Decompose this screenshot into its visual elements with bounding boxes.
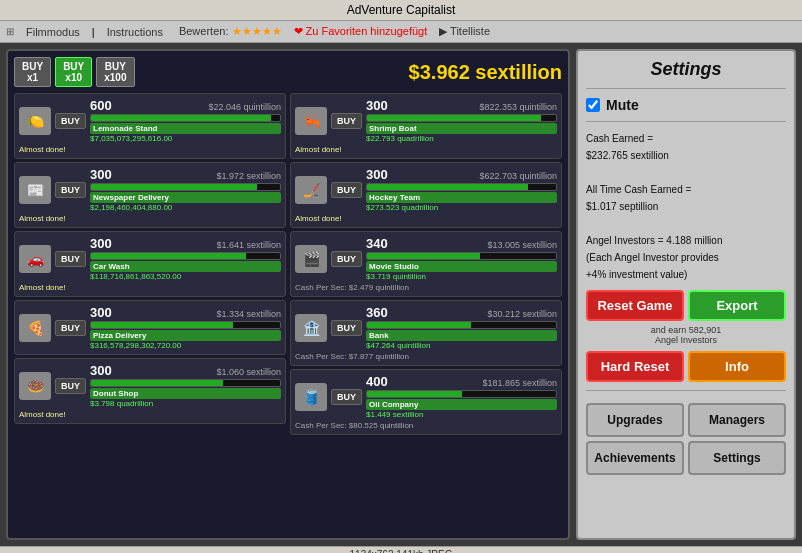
donut-status: Almost done! xyxy=(19,410,281,419)
carwash-value: $118,716,861,863,520.00 xyxy=(90,272,281,281)
shrimp-buy-btn[interactable]: BUY xyxy=(331,113,362,129)
info-btn[interactable]: Info xyxy=(688,351,786,382)
pizza-buy-btn[interactable]: BUY xyxy=(55,320,86,336)
angel-earn-text: and earn 582,901 Angel Investors xyxy=(586,325,786,345)
mute-checkbox[interactable] xyxy=(586,98,600,112)
newspaper-status: Almost done! xyxy=(19,214,281,223)
oil-progress xyxy=(366,390,557,398)
buy-controls: BUY x1 BUY x10 BUY x100 $3.962 sextillio… xyxy=(14,57,562,87)
newspaper-earning: $1.972 sextillion xyxy=(216,171,281,181)
shrimp-count: 300 xyxy=(366,98,388,113)
lemonade-status: Almost done! xyxy=(19,145,281,154)
bank-icon: 🏦 xyxy=(295,314,327,342)
title-bar: AdVenture Capitalist xyxy=(0,0,802,21)
main-container: BUY x1 BUY x10 BUY x100 $3.962 sextillio… xyxy=(0,43,802,546)
oil-count: 400 xyxy=(366,374,388,389)
list-item: 🎬 BUY 340 $13.005 sextillion Movie Studi… xyxy=(290,231,562,297)
angel-desc: (Each Angel Investor provides xyxy=(586,250,786,266)
right-businesses: 🦐 BUY 300 $822.353 quintillion Shrimp Bo… xyxy=(290,93,562,435)
carwash-icon: 🚗 xyxy=(19,245,51,273)
window-title: AdVenture Capitalist xyxy=(347,3,456,17)
shrimp-progress xyxy=(366,114,557,122)
upgrades-btn[interactable]: Upgrades xyxy=(586,403,684,437)
bank-buy-btn[interactable]: BUY xyxy=(331,320,362,336)
hockey-status: Almost done! xyxy=(295,214,557,223)
hockey-value: $273.523 quadrillion xyxy=(366,203,557,212)
movie-count: 340 xyxy=(366,236,388,251)
lemonade-progress xyxy=(90,114,281,122)
cash-earned-value: $232.765 sextillion xyxy=(586,148,786,164)
carwash-buy-btn[interactable]: BUY xyxy=(55,251,86,267)
hockey-buy-btn[interactable]: BUY xyxy=(331,182,362,198)
angel-earn2: Angel Investors xyxy=(655,335,717,345)
filmmode-btn[interactable]: Filmmodus xyxy=(22,25,84,39)
newspaper-buy-btn[interactable]: BUY xyxy=(55,182,86,198)
achievements-btn[interactable]: Achievements xyxy=(586,441,684,475)
bank-progress xyxy=(366,321,557,329)
shrimp-value: $22.793 quadrillion xyxy=(366,134,557,143)
list-item: 🚗 BUY 300 $1.641 sextillion Car Wash xyxy=(14,231,286,297)
angel-earn1: and earn 582,901 xyxy=(651,325,722,335)
oil-value: $1.449 sextillion xyxy=(366,410,557,419)
titlelist-btn[interactable]: ▶ Titelliste xyxy=(435,24,494,39)
mute-label: Mute xyxy=(606,97,639,113)
carwash-status: Almost done! xyxy=(19,283,281,292)
reset-game-btn[interactable]: Reset Game xyxy=(586,290,684,321)
settings-buttons-2: Hard Reset Info xyxy=(586,351,786,382)
all-time-value: $1.017 septillion xyxy=(586,199,786,215)
export-btn[interactable]: Export xyxy=(688,290,786,321)
bottom-nav: Upgrades Managers Achievements Settings xyxy=(586,403,786,475)
settings-panel: Settings Mute Cash Earned = $232.765 sex… xyxy=(576,49,796,540)
hockey-earning: $622.703 quintillion xyxy=(479,171,557,181)
mute-row: Mute xyxy=(586,97,786,113)
stats-block: Cash Earned = $232.765 sextillion All Ti… xyxy=(586,130,786,284)
donut-icon: 🍩 xyxy=(19,372,51,400)
newspaper-name: Newspaper Delivery xyxy=(90,192,281,203)
pizza-value: $316,578,298,302,720.00 xyxy=(90,341,281,350)
newspaper-progress xyxy=(90,183,281,191)
favorite-btn[interactable]: ❤ Zu Favoriten hinzugefügt xyxy=(294,25,428,38)
shrimp-icon: 🦐 xyxy=(295,107,327,135)
movie-cashpersec: Cash Per Sec: $2.479 quintillion xyxy=(295,283,557,292)
buy-x100-btn[interactable]: BUY x100 xyxy=(96,57,134,87)
rate-btn[interactable]: Bewerten: ★★★★★ xyxy=(175,24,286,39)
bank-value: $47.264 quintillion xyxy=(366,341,557,350)
donut-earning: $1.060 sextillion xyxy=(216,367,281,377)
donut-buy-btn[interactable]: BUY xyxy=(55,378,86,394)
hockey-icon: 🏒 xyxy=(295,176,327,204)
list-item: 🏦 BUY 360 $30.212 sextillion Bank $47 xyxy=(290,300,562,366)
buy-x10-btn[interactable]: BUY x10 xyxy=(55,57,92,87)
stars: ★★★★★ xyxy=(232,25,282,37)
list-item: 🍋 BUY 600 $22.046 quintillion Lemonade S… xyxy=(14,93,286,159)
carwash-progress xyxy=(90,252,281,260)
lemonade-value: $7,035,073,295,616.00 xyxy=(90,134,281,143)
movie-name: Movie Studio xyxy=(366,261,557,272)
list-item: 🏒 BUY 300 $622.703 quintillion Hockey Te… xyxy=(290,162,562,228)
movie-earning: $13.005 sextillion xyxy=(487,240,557,250)
managers-btn[interactable]: Managers xyxy=(688,403,786,437)
businesses-grid: 🍋 BUY 600 $22.046 quintillion Lemonade S… xyxy=(14,93,562,435)
shrimp-status: Almost done! xyxy=(295,145,557,154)
pizza-progress xyxy=(90,321,281,329)
buy-x1-btn[interactable]: BUY x1 xyxy=(14,57,51,87)
oil-icon: 🛢️ xyxy=(295,383,327,411)
pizza-icon: 🍕 xyxy=(19,314,51,342)
lemonade-icon: 🍋 xyxy=(19,107,51,135)
bank-cashpersec: Cash Per Sec: $7.877 quintillion xyxy=(295,352,557,361)
donut-count: 300 xyxy=(90,363,112,378)
settings-nav-btn[interactable]: Settings xyxy=(688,441,786,475)
hard-reset-btn[interactable]: Hard Reset xyxy=(586,351,684,382)
carwash-count: 300 xyxy=(90,236,112,251)
status-bar: 1134x762 141kb JPEG xyxy=(0,546,802,553)
list-item: 🛢️ BUY 400 $181.865 sextillion Oil Compa… xyxy=(290,369,562,435)
lemonade-buy-btn[interactable]: BUY xyxy=(55,113,86,129)
oil-buy-btn[interactable]: BUY xyxy=(331,389,362,405)
lemonade-earning: $22.046 quintillion xyxy=(208,102,281,112)
instructions-btn[interactable]: Instructions xyxy=(103,25,167,39)
donut-value: $3.798 quadrillion xyxy=(90,399,281,408)
movie-buy-btn[interactable]: BUY xyxy=(331,251,362,267)
game-panel: BUY x1 BUY x10 BUY x100 $3.962 sextillio… xyxy=(6,49,570,540)
all-time-label: All Time Cash Earned = xyxy=(586,182,786,198)
status-text: 1134x762 141kb JPEG xyxy=(350,549,453,553)
movie-progress xyxy=(366,252,557,260)
